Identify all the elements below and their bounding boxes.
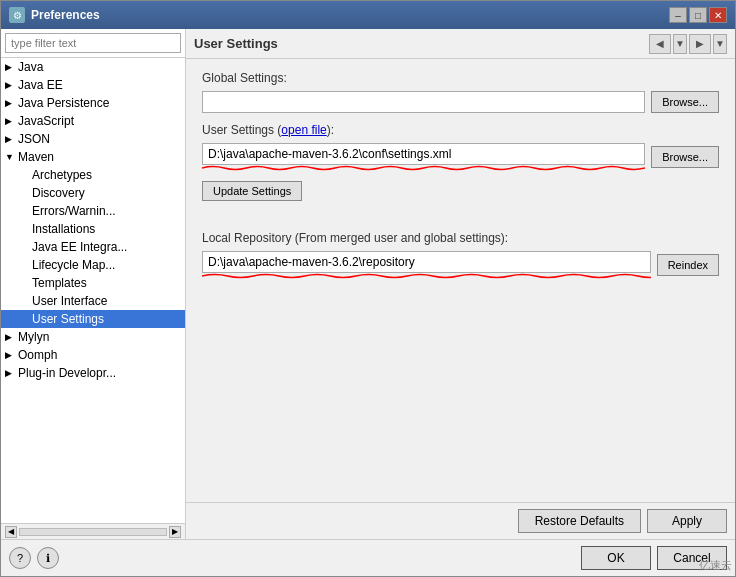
sidebar-item-errors-warnings[interactable]: Errors/Warnin... <box>1 202 185 220</box>
sidebar-item-user-interface[interactable]: User Interface <box>1 292 185 310</box>
arrow-icon: ▶ <box>5 332 15 342</box>
bottom-bar: Restore Defaults Apply <box>186 502 735 539</box>
sidebar-item-label: Java EE <box>18 78 63 92</box>
sidebar-item-oomph[interactable]: ▶ Oomph <box>1 346 185 364</box>
user-settings-input[interactable] <box>202 143 645 165</box>
sidebar-item-label: Errors/Warnin... <box>32 204 116 218</box>
sidebar-item-label: JavaScript <box>18 114 74 128</box>
global-settings-row: Browse... <box>202 91 719 113</box>
content-area: ▶ Java ▶ Java EE ▶ Java Persistence ▶ Ja… <box>1 29 735 539</box>
sidebar-item-label: Discovery <box>32 186 85 200</box>
maximize-button[interactable]: □ <box>689 7 707 23</box>
squiggle-decoration <box>202 165 645 171</box>
ok-button[interactable]: OK <box>581 546 651 570</box>
toolbar-nav: ◀ ▼ ▶ ▼ <box>649 34 727 54</box>
scroll-right-btn[interactable]: ▶ <box>169 526 181 538</box>
info-button[interactable]: ℹ <box>37 547 59 569</box>
forward-button[interactable]: ▶ <box>689 34 711 54</box>
sidebar-item-label: Maven <box>18 150 54 164</box>
help-button[interactable]: ? <box>9 547 31 569</box>
arrow-icon: ▶ <box>5 80 15 90</box>
search-input[interactable] <box>5 33 181 53</box>
sidebar-item-json[interactable]: ▶ JSON <box>1 130 185 148</box>
sidebar-item-label: Mylyn <box>18 330 49 344</box>
reindex-button[interactable]: Reindex <box>657 254 719 276</box>
sidebar-item-templates[interactable]: Templates <box>1 274 185 292</box>
sidebar-item-user-settings[interactable]: User Settings <box>1 310 185 328</box>
sidebar-item-java-persistence[interactable]: ▶ Java Persistence <box>1 94 185 112</box>
sidebar-item-label: Installations <box>32 222 95 236</box>
arrow-icon: ▶ <box>5 98 15 108</box>
ok-cancel-bar: ? ℹ OK Cancel <box>1 539 735 576</box>
sidebar-item-installations[interactable]: Installations <box>1 220 185 238</box>
update-settings-button[interactable]: Update Settings <box>202 181 302 201</box>
user-settings-input-container <box>202 143 645 171</box>
arrow-icon: ▶ <box>5 368 15 378</box>
sidebar-item-javascript[interactable]: ▶ JavaScript <box>1 112 185 130</box>
repo-squiggle-decoration <box>202 273 651 279</box>
sidebar-item-label: User Settings <box>32 312 104 326</box>
global-browse-button[interactable]: Browse... <box>651 91 719 113</box>
user-settings-section-label: User Settings (open file): <box>202 123 719 137</box>
title-bar: ⚙ Preferences – □ ✕ <box>1 1 735 29</box>
sidebar-item-label: Archetypes <box>32 168 92 182</box>
sidebar-item-java[interactable]: ▶ Java <box>1 58 185 76</box>
main-content: Global Settings: Browse... User Settings… <box>186 59 735 502</box>
sidebar-item-label: Java Persistence <box>18 96 109 110</box>
window-controls: – □ ✕ <box>669 7 727 23</box>
arrow-icon: ▶ <box>5 134 15 144</box>
sidebar-search-container <box>1 29 185 58</box>
local-repo-row: Reindex <box>202 251 719 279</box>
user-settings-row: Browse... <box>202 143 719 171</box>
apply-button[interactable]: Apply <box>647 509 727 533</box>
sidebar-item-label: Java <box>18 60 43 74</box>
arrow-icon: ▼ <box>5 152 15 162</box>
close-button[interactable]: ✕ <box>709 7 727 23</box>
dialog-title: Preferences <box>31 8 100 22</box>
panel-title: User Settings <box>194 36 278 51</box>
cancel-button[interactable]: Cancel <box>657 546 727 570</box>
sidebar-item-label: Oomph <box>18 348 57 362</box>
sidebar-tree: ▶ Java ▶ Java EE ▶ Java Persistence ▶ Ja… <box>1 58 185 523</box>
preferences-dialog: ⚙ Preferences – □ ✕ ▶ Java ▶ <box>0 0 736 577</box>
back-button[interactable]: ◀ <box>649 34 671 54</box>
sidebar-item-plugin-develop[interactable]: ▶ Plug-in Developr... <box>1 364 185 382</box>
forward-dropdown-button[interactable]: ▼ <box>713 34 727 54</box>
local-repo-input[interactable] <box>202 251 651 273</box>
global-settings-label: Global Settings: <box>202 71 719 85</box>
arrow-icon: ▶ <box>5 350 15 360</box>
title-bar-left: ⚙ Preferences <box>9 7 100 23</box>
sidebar-item-discovery[interactable]: Discovery <box>1 184 185 202</box>
sidebar-item-label: Plug-in Developr... <box>18 366 116 380</box>
restore-defaults-button[interactable]: Restore Defaults <box>518 509 641 533</box>
sidebar-item-label: Java EE Integra... <box>32 240 127 254</box>
sidebar-item-maven[interactable]: ▼ Maven <box>1 148 185 166</box>
sidebar-item-archetypes[interactable]: Archetypes <box>1 166 185 184</box>
arrow-icon: ▶ <box>5 62 15 72</box>
sidebar-item-label: Templates <box>32 276 87 290</box>
arrow-icon: ▶ <box>5 116 15 126</box>
minimize-button[interactable]: – <box>669 7 687 23</box>
sidebar-item-label: JSON <box>18 132 50 146</box>
help-buttons: ? ℹ <box>9 546 575 570</box>
sidebar-item-label: Lifecycle Map... <box>32 258 115 272</box>
sidebar: ▶ Java ▶ Java EE ▶ Java Persistence ▶ Ja… <box>1 29 186 539</box>
app-icon: ⚙ <box>9 7 25 23</box>
sidebar-item-java-ee-integration[interactable]: Java EE Integra... <box>1 238 185 256</box>
main-panel: User Settings ◀ ▼ ▶ ▼ Global Settings: B… <box>186 29 735 539</box>
open-file-link[interactable]: open file <box>281 123 326 137</box>
sidebar-item-lifecycle-mappings[interactable]: Lifecycle Map... <box>1 256 185 274</box>
back-dropdown-button[interactable]: ▼ <box>673 34 687 54</box>
main-toolbar: User Settings ◀ ▼ ▶ ▼ <box>186 29 735 59</box>
sidebar-item-label: User Interface <box>32 294 107 308</box>
sidebar-hscroll[interactable]: ◀ ▶ <box>1 523 185 539</box>
update-settings-container: Update Settings <box>202 181 719 215</box>
global-settings-input[interactable] <box>202 91 645 113</box>
local-repo-input-container <box>202 251 651 279</box>
sidebar-item-java-ee[interactable]: ▶ Java EE <box>1 76 185 94</box>
user-browse-button[interactable]: Browse... <box>651 146 719 168</box>
scroll-left-btn[interactable]: ◀ <box>5 526 17 538</box>
local-repo-label: Local Repository (From merged user and g… <box>202 231 719 245</box>
sidebar-item-mylyn[interactable]: ▶ Mylyn <box>1 328 185 346</box>
